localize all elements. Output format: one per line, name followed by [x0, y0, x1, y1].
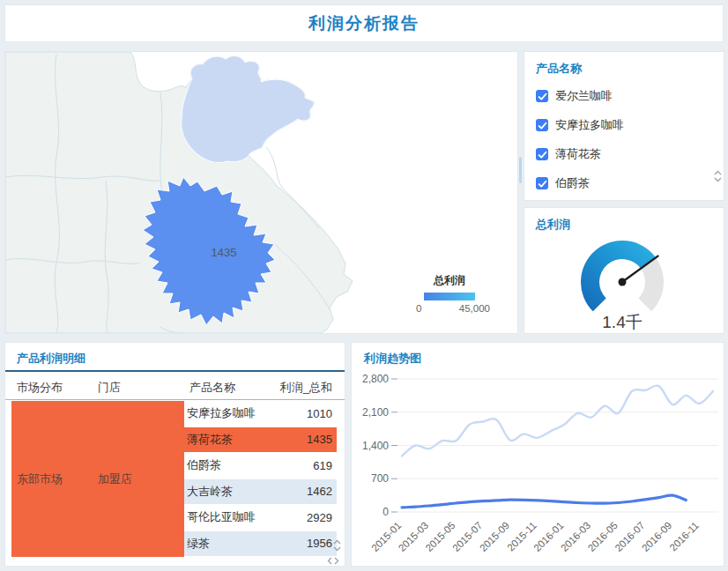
- map-region-shandong[interactable]: [182, 56, 315, 163]
- col-header-market: 市场分布: [17, 380, 63, 396]
- checkbox-checked-icon[interactable]: [536, 177, 548, 189]
- map-region-value: 1435: [212, 246, 237, 259]
- filter-item-label: 薄荷花茶: [555, 146, 601, 162]
- checkbox-checked-icon[interactable]: [536, 90, 548, 102]
- filter-item-0[interactable]: 爱尔兰咖啡: [536, 88, 712, 104]
- table-vscroll-arrows[interactable]: [333, 539, 341, 552]
- map-legend-max: 45,000: [459, 303, 490, 314]
- filter-item-label: 爱尔兰咖啡: [555, 88, 613, 104]
- filter-item-label: 伯爵茶: [555, 175, 590, 191]
- filter-list: 爱尔兰咖啡安摩拉多咖啡薄荷花茶伯爵茶: [536, 88, 712, 191]
- filter-item-1[interactable]: 安摩拉多咖啡: [536, 117, 712, 133]
- profit-value-cell: 2929: [307, 511, 337, 524]
- table-row-0[interactable]: 安摩拉多咖啡1010: [184, 401, 337, 427]
- total-profit-gauge-panel: 总利润 1.4千: [524, 207, 724, 334]
- svg-text:0: 0: [383, 506, 389, 518]
- profit-detail-table-panel: 产品利润明细 市场分布 门店 产品名称 利润_总和 东部市场 加盟店 安摩拉多咖…: [4, 342, 345, 567]
- map-legend: 总利润 0 45,000: [411, 273, 488, 314]
- checkbox-checked-icon[interactable]: [536, 148, 548, 160]
- page-title: 利润分析报告: [308, 12, 420, 35]
- product-name-cell: 哥伦比亚咖啡: [184, 509, 307, 525]
- map-panel: 1435 总利润 0 45,000: [4, 51, 518, 334]
- checkbox-checked-icon[interactable]: [536, 119, 548, 131]
- table-header-row: 市场分布 门店 产品名称 利润_总和: [5, 374, 345, 400]
- profit-trend-chart: 07001,4002,1002,8002015-012015-032015-05…: [352, 343, 724, 566]
- svg-text:2016-11: 2016-11: [667, 520, 701, 553]
- scrollbar-thumb[interactable]: [519, 157, 522, 183]
- table-hscroll-arrows[interactable]: [327, 557, 339, 565]
- profit-value-cell: 619: [313, 459, 337, 472]
- filter-title: 产品名称: [536, 61, 712, 77]
- profit-value-cell: 1462: [307, 485, 337, 498]
- table-row-1[interactable]: 薄荷花茶1435: [184, 427, 337, 454]
- filter-scroll-arrows[interactable]: [714, 170, 722, 182]
- market-cell[interactable]: 东部市场: [11, 401, 93, 557]
- col-header-product: 产品名称: [189, 380, 235, 396]
- svg-text:2,100: 2,100: [362, 406, 389, 419]
- gauge-value: 1.4千: [524, 311, 720, 334]
- svg-text:2016-09: 2016-09: [640, 520, 673, 553]
- map-legend-gradient-bar: [424, 293, 475, 300]
- col-header-store: 门店: [98, 380, 121, 396]
- table-title: 产品利润明细: [5, 343, 345, 372]
- product-name-cell: 绿茶: [184, 536, 307, 552]
- svg-text:2015-09: 2015-09: [478, 520, 511, 553]
- table-body: 东部市场 加盟店 安摩拉多咖啡1010薄荷花茶1435伯爵茶619大吉岭茶146…: [5, 401, 345, 557]
- product-name-cell: 安摩拉多咖啡: [184, 405, 307, 421]
- product-name-cell: 大吉岭茶: [184, 484, 307, 500]
- profit-value-cell: 1435: [307, 433, 337, 446]
- profit-value-cell: 1010: [307, 407, 337, 420]
- filter-item-label: 安摩拉多咖啡: [555, 117, 624, 133]
- table-row-5[interactable]: 绿茶1956: [184, 531, 337, 558]
- filter-item-3[interactable]: 伯爵茶: [536, 175, 712, 191]
- product-name-cell: 伯爵茶: [184, 457, 313, 473]
- svg-text:2,800: 2,800: [362, 373, 389, 385]
- svg-text:1,400: 1,400: [362, 440, 389, 452]
- product-filter-panel: 产品名称 爱尔兰咖啡安摩拉多咖啡薄荷花茶伯爵茶: [524, 51, 724, 201]
- store-cell[interactable]: 加盟店: [93, 401, 184, 557]
- table-row-3[interactable]: 大吉岭茶1462: [184, 479, 337, 506]
- report-header: 利润分析报告: [4, 4, 724, 42]
- profit-value-cell: 1956: [307, 537, 337, 550]
- map-legend-title: 总利润: [411, 273, 488, 288]
- product-name-cell: 薄荷花茶: [184, 432, 307, 448]
- map-legend-min: 0: [416, 303, 421, 314]
- filter-item-2[interactable]: 薄荷花茶: [536, 146, 712, 162]
- table-row-2[interactable]: 伯爵茶619: [184, 453, 337, 479]
- profit-trend-panel: 利润趋势图 07001,4002,1002,8002015-012015-032…: [351, 342, 724, 567]
- product-rows: 安摩拉多咖啡1010薄荷花茶1435伯爵茶619大吉岭茶1462哥伦比亚咖啡29…: [184, 401, 337, 557]
- table-row-4[interactable]: 哥伦比亚咖啡2929: [184, 505, 337, 531]
- col-header-profit: 利润_总和: [280, 380, 332, 396]
- svg-text:700: 700: [371, 472, 389, 485]
